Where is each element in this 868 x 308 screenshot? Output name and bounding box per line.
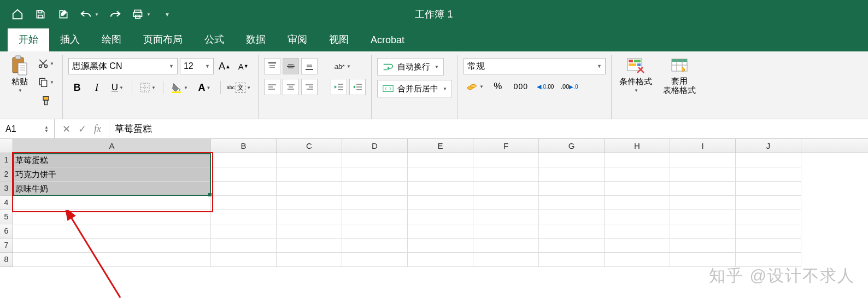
cell-F2[interactable] <box>473 167 539 182</box>
font-color-button[interactable]: A▼ <box>193 80 216 95</box>
borders-button[interactable]: ▼ <box>137 80 159 95</box>
name-box-stepper[interactable]: ▲▼ <box>44 125 49 133</box>
cell-B1[interactable] <box>211 153 277 167</box>
cell-D5[interactable] <box>342 210 408 224</box>
row-header-2[interactable]: 2 <box>0 167 13 182</box>
cell-J5[interactable] <box>736 210 801 224</box>
increase-decimal-button[interactable]: ◀.0.00 <box>535 79 556 94</box>
row-header-1[interactable]: 1 <box>0 153 13 167</box>
cell-C4[interactable] <box>277 196 342 210</box>
cell-C5[interactable] <box>277 210 342 224</box>
font-name-combo[interactable]: 思源黑体 CN▼ <box>68 58 178 74</box>
cell-D2[interactable] <box>342 167 408 182</box>
row-header-3[interactable]: 3 <box>0 182 13 196</box>
cell-C7[interactable] <box>277 239 342 253</box>
customize-qat-icon[interactable]: ▼ <box>161 8 174 21</box>
decrease-decimal-button[interactable]: .00▶.0 <box>559 79 580 94</box>
cell-E3[interactable] <box>408 182 473 196</box>
cell-B8[interactable] <box>211 253 277 267</box>
cell-F8[interactable] <box>473 253 539 267</box>
cell-B4[interactable] <box>211 196 277 210</box>
home-icon[interactable] <box>11 8 24 21</box>
column-header-J[interactable]: J <box>736 139 801 153</box>
cell-D7[interactable] <box>342 239 408 253</box>
cell-C6[interactable] <box>277 224 342 239</box>
accept-formula-icon[interactable]: ✓ <box>78 123 86 135</box>
font-size-combo[interactable]: 12▼ <box>180 58 214 74</box>
tab-page-layout[interactable]: 页面布局 <box>132 28 193 51</box>
cell-G2[interactable] <box>539 167 605 182</box>
cell-I7[interactable] <box>670 239 736 253</box>
tab-draw[interactable]: 绘图 <box>91 28 132 51</box>
copy-button[interactable]: ▼ <box>35 74 57 90</box>
cell-A1[interactable]: 草莓蛋糕 <box>13 153 211 167</box>
row-header-5[interactable]: 5 <box>0 210 13 224</box>
column-header-I[interactable]: I <box>670 139 736 153</box>
italic-button[interactable]: I <box>88 80 105 95</box>
cell-B6[interactable] <box>211 224 277 239</box>
wrap-text-button[interactable]: 自动换行▼ <box>377 58 444 75</box>
formula-input[interactable]: 草莓蛋糕 <box>109 119 868 138</box>
tab-data[interactable]: 数据 <box>235 28 277 51</box>
cell-D8[interactable] <box>342 253 408 267</box>
align-left-button[interactable] <box>264 79 280 95</box>
cell-G1[interactable] <box>539 153 605 167</box>
conditional-format-button[interactable]: 条件格式 ▼ <box>617 55 654 94</box>
row-header-7[interactable]: 7 <box>0 239 13 253</box>
cell-H5[interactable] <box>605 210 670 224</box>
align-bottom-button[interactable] <box>301 58 318 74</box>
cell-F7[interactable] <box>473 239 539 253</box>
cell-C3[interactable] <box>277 182 342 196</box>
paste-button[interactable]: 粘贴 ▼ <box>8 55 32 94</box>
increase-indent-button[interactable] <box>349 79 366 95</box>
cell-E4[interactable] <box>408 196 473 210</box>
cell-A3[interactable]: 原味牛奶 <box>13 182 211 196</box>
cell-H6[interactable] <box>605 224 670 239</box>
cell-J1[interactable] <box>736 153 801 167</box>
cell-E8[interactable] <box>408 253 473 267</box>
orientation-button[interactable]: ab▼ <box>331 59 354 74</box>
row-header-8[interactable]: 8 <box>0 253 13 267</box>
cell-I2[interactable] <box>670 167 736 182</box>
column-header-G[interactable]: G <box>539 139 605 153</box>
tab-insert[interactable]: 插入 <box>49 28 91 51</box>
cell-E2[interactable] <box>408 167 473 182</box>
currency-button[interactable]: ▼ <box>464 79 486 94</box>
row-header-4[interactable]: 4 <box>0 196 13 210</box>
comma-button[interactable]: 000 <box>509 79 532 94</box>
column-header-E[interactable]: E <box>408 139 473 153</box>
number-format-combo[interactable]: 常规▼ <box>464 58 606 74</box>
cell-B5[interactable] <box>211 210 277 224</box>
save-icon[interactable] <box>34 8 47 21</box>
tab-view[interactable]: 视图 <box>318 28 360 51</box>
column-header-B[interactable]: B <box>211 139 277 153</box>
cell-G5[interactable] <box>539 210 605 224</box>
dropdown-caret-icon[interactable]: ▼ <box>95 12 99 17</box>
cell-J2[interactable] <box>736 167 801 182</box>
cell-D1[interactable] <box>342 153 408 167</box>
cell-D4[interactable] <box>342 196 408 210</box>
align-middle-button[interactable] <box>283 58 299 74</box>
cell-I5[interactable] <box>670 210 736 224</box>
cell-G4[interactable] <box>539 196 605 210</box>
column-header-C[interactable]: C <box>277 139 342 153</box>
select-all-corner[interactable] <box>0 139 13 153</box>
cell-D6[interactable] <box>342 224 408 239</box>
cell-A8[interactable] <box>13 253 211 267</box>
cell-B2[interactable] <box>211 167 277 182</box>
underline-button[interactable]: U▼ <box>108 80 127 95</box>
cell-F3[interactable] <box>473 182 539 196</box>
merge-center-button[interactable]: 合并后居中▼ <box>377 80 452 97</box>
name-box[interactable]: A1 ▲▼ <box>0 119 55 138</box>
cell-E6[interactable] <box>408 224 473 239</box>
cut-button[interactable]: ▼ <box>35 56 57 71</box>
fill-color-button[interactable]: ▼ <box>168 80 191 95</box>
percent-button[interactable]: % <box>489 79 507 94</box>
undo-button[interactable]: ▼ <box>80 9 99 19</box>
cell-B7[interactable] <box>211 239 277 253</box>
fx-icon[interactable]: fx <box>94 123 101 135</box>
cell-G7[interactable] <box>539 239 605 253</box>
cell-A4[interactable] <box>13 196 211 210</box>
cell-C2[interactable] <box>277 167 342 182</box>
cell-C8[interactable] <box>277 253 342 267</box>
